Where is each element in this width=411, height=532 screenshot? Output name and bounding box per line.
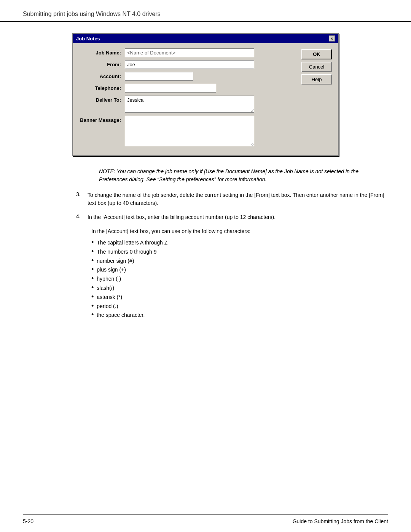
- step-4: 4. In the [Account] text box, enter the …: [23, 213, 388, 221]
- deliver-to-label: Deliver To:: [79, 96, 125, 103]
- banner-message-label: Banner Message:: [79, 116, 125, 123]
- step-3-text: To change the name of the job sender, de…: [88, 191, 388, 207]
- list-item: period (.): [91, 302, 388, 311]
- list-item: the space character.: [91, 311, 388, 320]
- list-item: hyphen (-): [91, 275, 388, 284]
- dialog-title: Job Notes: [76, 36, 100, 42]
- list-item: The capital letters A through Z: [91, 238, 388, 248]
- deliver-to-row: Deliver To: Jessica: [79, 96, 297, 113]
- bullet-list-section: In the [Account] text box, you can use o…: [23, 227, 388, 320]
- list-item: The numbers 0 through 9: [91, 248, 388, 257]
- note-text: NOTE: You can change the job name only i…: [23, 168, 388, 184]
- footer-page-number: 5-20: [23, 518, 33, 524]
- ok-button[interactable]: OK: [301, 49, 332, 59]
- list-item: number sign (#): [91, 257, 388, 266]
- dialog-body: Job Name: From: Account: Telephone:: [73, 43, 338, 155]
- main-content: Job Notes × Job Name: From: Account:: [0, 33, 411, 320]
- page-footer: 5-20 Guide to Submitting Jobs from the C…: [23, 514, 388, 524]
- telephone-input[interactable]: [125, 84, 216, 93]
- bullet-intro: In the [Account] text box, you can use o…: [91, 227, 388, 235]
- banner-message-row: Banner Message:: [79, 116, 297, 146]
- deliver-to-input[interactable]: Jessica: [125, 96, 254, 113]
- from-row: From:: [79, 60, 297, 69]
- from-input[interactable]: [125, 60, 254, 69]
- telephone-row: Telephone:: [79, 84, 297, 93]
- job-name-label: Job Name:: [79, 48, 125, 56]
- step-3-number: 3.: [76, 191, 88, 207]
- cancel-button[interactable]: Cancel: [301, 62, 332, 72]
- step-4-number: 4.: [76, 213, 88, 221]
- list-item: asterisk (*): [91, 293, 388, 302]
- bullet-list: The capital letters A through ZThe numbe…: [91, 238, 388, 320]
- banner-message-input[interactable]: [125, 116, 254, 146]
- list-item: slash(/): [91, 284, 388, 293]
- step-4-text: In the [Account] text box, enter the bil…: [88, 213, 276, 221]
- account-row: Account:: [79, 72, 297, 81]
- job-name-row: Job Name:: [79, 48, 297, 57]
- job-name-input[interactable]: [125, 48, 254, 57]
- telephone-label: Telephone:: [79, 84, 125, 91]
- job-notes-dialog: Job Notes × Job Name: From: Account:: [72, 33, 339, 156]
- from-label: From:: [79, 60, 125, 67]
- help-button[interactable]: Help: [301, 74, 332, 85]
- footer-guide-title: Guide to Submitting Jobs from the Client: [293, 518, 388, 524]
- step-3: 3. To change the name of the job sender,…: [23, 191, 388, 207]
- dialog-titlebar: Job Notes ×: [73, 34, 338, 43]
- dialog-close-button[interactable]: ×: [329, 35, 335, 42]
- account-label: Account:: [79, 72, 125, 79]
- account-input[interactable]: [125, 72, 193, 81]
- dialog-buttons: OK Cancel Help: [301, 48, 332, 149]
- page-header: Submitting print jobs using Windows NT 4…: [0, 0, 411, 22]
- dialog-fields: Job Name: From: Account: Telephone:: [79, 48, 297, 149]
- list-item: plus sign (+): [91, 265, 388, 275]
- page-title: Submitting print jobs using Windows NT 4…: [23, 11, 161, 17]
